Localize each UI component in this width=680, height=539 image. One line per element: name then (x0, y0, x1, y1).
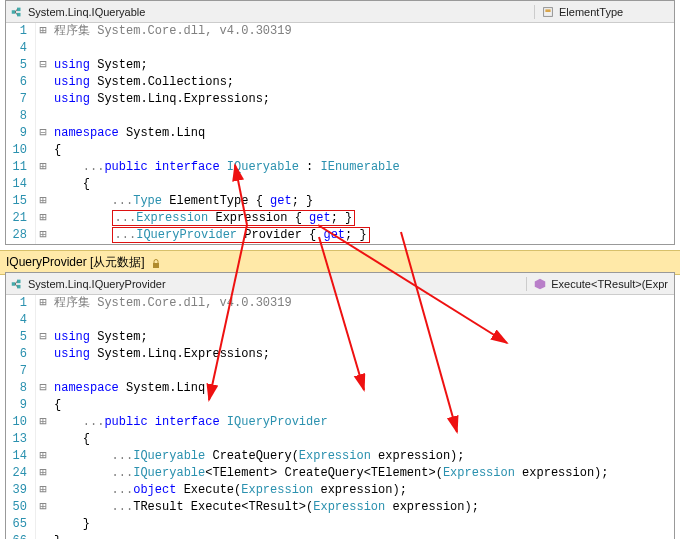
fold-toggle (36, 142, 50, 159)
bottom-breadcrumb-left-text: System.Linq.IQueryProvider (28, 278, 166, 290)
fold-toggle[interactable]: ⊞ (36, 159, 50, 176)
bottom-toolbar: System.Linq.IQueryProvider Execute<TResu… (6, 273, 674, 295)
top-editor-pane: System.Linq.IQueryable ElementType 1⊞程序集… (5, 0, 675, 245)
code-line[interactable]: 14⊞ ...IQueryable CreateQuery(Expression… (6, 448, 609, 465)
svg-rect-10 (17, 284, 21, 288)
fold-toggle (36, 397, 50, 414)
code-line[interactable]: 1⊞程序集 System.Core.dll, v4.0.30319 (6, 23, 400, 40)
top-code-editor[interactable]: 1⊞程序集 System.Core.dll, v4.0.3031945⊟usin… (6, 23, 674, 244)
top-breadcrumb-left-text: System.Linq.IQueryable (28, 6, 145, 18)
fold-toggle[interactable]: ⊟ (36, 125, 50, 142)
code-line[interactable]: 10⊞ ...public interface IQueryProvider (6, 414, 609, 431)
line-number: 9 (6, 125, 36, 142)
svg-rect-0 (12, 10, 16, 14)
code-line[interactable]: 8 (6, 108, 400, 125)
top-toolbar: System.Linq.IQueryable ElementType (6, 1, 674, 23)
line-number: 39 (6, 482, 36, 499)
code-line[interactable]: 39⊞ ...object Execute(Expression express… (6, 482, 609, 499)
bottom-breadcrumb-right[interactable]: Execute<TResult>(Expr (526, 277, 674, 291)
code-line[interactable]: 4 (6, 312, 609, 329)
code-line[interactable]: 7using System.Linq.Expressions; (6, 91, 400, 108)
code-line[interactable]: 8⊟namespace System.Linq (6, 380, 609, 397)
fold-toggle[interactable]: ⊞ (36, 227, 50, 244)
lock-icon (151, 258, 161, 268)
fold-toggle[interactable]: ⊞ (36, 465, 50, 482)
fold-toggle (36, 363, 50, 380)
top-breadcrumb-right[interactable]: ElementType (534, 5, 674, 19)
namespace-icon (10, 5, 24, 19)
line-number: 65 (6, 516, 36, 533)
bottom-editor-pane: System.Linq.IQueryProvider Execute<TResu… (5, 272, 675, 539)
code-line[interactable]: 6using System.Linq.Expressions; (6, 346, 609, 363)
fold-toggle[interactable]: ⊞ (36, 482, 50, 499)
code-text: using System.Linq.Expressions; (50, 346, 270, 363)
code-line[interactable]: 24⊞ ...IQueryable<TElement> CreateQuery<… (6, 465, 609, 482)
line-number: 15 (6, 193, 36, 210)
code-text: using System; (50, 329, 148, 346)
code-text (50, 40, 54, 57)
code-text: using System.Linq.Expressions; (50, 91, 270, 108)
line-number: 13 (6, 431, 36, 448)
code-text: namespace System.Linq (50, 380, 205, 397)
fold-toggle[interactable]: ⊟ (36, 380, 50, 397)
fold-toggle[interactable]: ⊞ (36, 414, 50, 431)
fold-toggle (36, 91, 50, 108)
code-line[interactable]: 13 { (6, 431, 609, 448)
fold-toggle[interactable]: ⊞ (36, 499, 50, 516)
fold-toggle[interactable]: ⊞ (36, 210, 50, 227)
bottom-code-editor[interactable]: 1⊞程序集 System.Core.dll, v4.0.3031945⊟usin… (6, 295, 674, 539)
fold-toggle[interactable]: ⊞ (36, 23, 50, 40)
code-text: ...public interface IQueryable : IEnumer… (50, 159, 400, 176)
bottom-breadcrumb-left[interactable]: System.Linq.IQueryProvider (6, 277, 526, 291)
fold-toggle (36, 516, 50, 533)
svg-rect-6 (545, 9, 550, 12)
property-icon (541, 5, 555, 19)
code-line[interactable]: 1⊞程序集 System.Core.dll, v4.0.30319 (6, 295, 609, 312)
code-line[interactable]: 6using System.Collections; (6, 74, 400, 91)
code-line[interactable]: 5⊟using System; (6, 57, 400, 74)
code-text: namespace System.Linq (50, 125, 205, 142)
fold-toggle[interactable]: ⊞ (36, 448, 50, 465)
line-number: 8 (6, 108, 36, 125)
code-line[interactable]: 50⊞ ...TResult Execute<TResult>(Expressi… (6, 499, 609, 516)
code-line[interactable]: 66} (6, 533, 609, 539)
top-breadcrumb-left[interactable]: System.Linq.IQueryable (6, 5, 534, 19)
fold-toggle (36, 346, 50, 363)
line-number: 7 (6, 363, 36, 380)
line-number: 8 (6, 380, 36, 397)
code-text: ...Expression Expression { get; } (50, 210, 355, 227)
svg-line-3 (15, 9, 17, 12)
code-line[interactable]: 11⊞ ...public interface IQueryable : IEn… (6, 159, 400, 176)
code-line[interactable]: 7 (6, 363, 609, 380)
line-number: 11 (6, 159, 36, 176)
line-number: 6 (6, 74, 36, 91)
code-line[interactable]: 21⊞ ...Expression Expression { get; } (6, 210, 400, 227)
code-line[interactable]: 28⊞ ...IQueryProvider Provider { get; } (6, 227, 400, 244)
code-line[interactable]: 5⊟using System; (6, 329, 609, 346)
line-number: 5 (6, 57, 36, 74)
code-line[interactable]: 14 { (6, 176, 400, 193)
line-number: 10 (6, 142, 36, 159)
line-number: 14 (6, 448, 36, 465)
fold-toggle[interactable]: ⊞ (36, 295, 50, 312)
code-text: { (50, 397, 61, 414)
code-line[interactable]: 10{ (6, 142, 400, 159)
code-line[interactable]: 9⊟namespace System.Linq (6, 125, 400, 142)
code-text: ...IQueryProvider Provider { get; } (50, 227, 370, 244)
code-line[interactable]: 4 (6, 40, 400, 57)
svg-line-11 (15, 281, 17, 284)
code-line[interactable]: 65 } (6, 516, 609, 533)
fold-toggle[interactable]: ⊞ (36, 193, 50, 210)
bottom-code-body: 1⊞程序集 System.Core.dll, v4.0.3031945⊟usin… (6, 295, 609, 539)
line-number: 1 (6, 295, 36, 312)
svg-marker-13 (535, 278, 546, 289)
fold-toggle[interactable]: ⊟ (36, 329, 50, 346)
fold-toggle (36, 74, 50, 91)
line-number: 4 (6, 40, 36, 57)
code-text: } (50, 516, 90, 533)
code-text (50, 312, 54, 329)
code-line[interactable]: 9{ (6, 397, 609, 414)
code-text: 程序集 System.Core.dll, v4.0.30319 (50, 295, 292, 312)
code-line[interactable]: 15⊞ ...Type ElementType { get; } (6, 193, 400, 210)
fold-toggle[interactable]: ⊟ (36, 57, 50, 74)
